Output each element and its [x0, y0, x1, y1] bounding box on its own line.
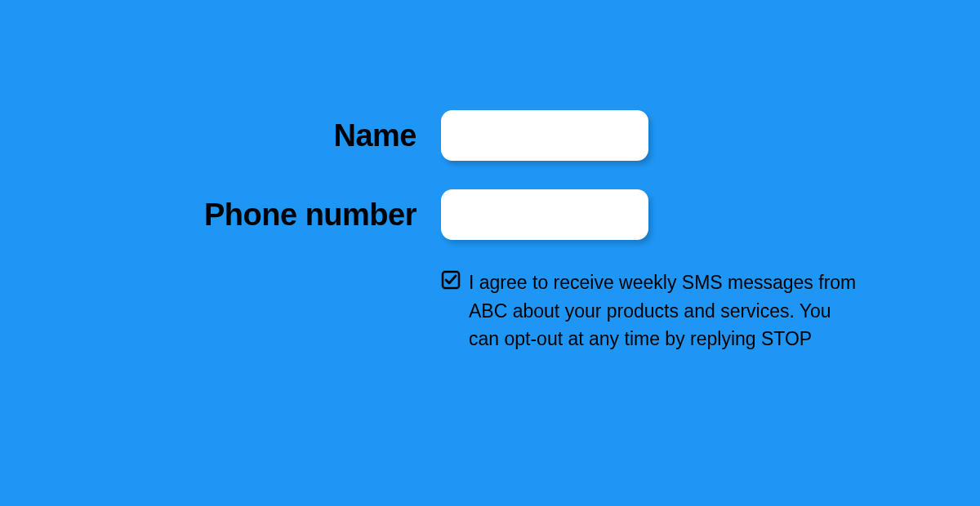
phone-label: Phone number [159, 198, 441, 233]
consent-checkbox-wrapper [441, 270, 461, 293]
consent-row: I agree to receive weekly SMS messages f… [441, 269, 894, 353]
name-row: Name [159, 110, 894, 161]
name-label: Name [159, 118, 441, 153]
phone-input[interactable] [441, 189, 648, 240]
signup-form: Name Phone number I agree to receive wee… [159, 110, 894, 353]
consent-text: I agree to receive weekly SMS messages f… [469, 269, 861, 353]
phone-row: Phone number [159, 189, 894, 240]
name-input[interactable] [441, 110, 648, 161]
checkbox-checked-icon[interactable] [441, 270, 461, 290]
